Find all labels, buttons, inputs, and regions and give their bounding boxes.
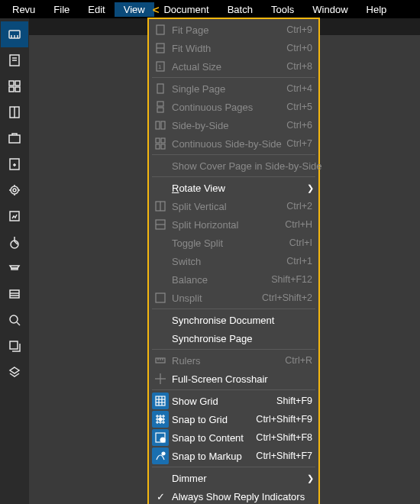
shortcut-label: Ctrl+I <box>289 237 312 248</box>
menuitem-label: Single Page <box>172 83 286 95</box>
check-icon: ✓ <box>152 491 169 502</box>
separator <box>152 309 315 309</box>
menuitem-label: Snap to Content <box>172 432 256 444</box>
svg-rect-38 <box>161 121 165 129</box>
menuitem-label: Split Vertical <box>172 201 286 212</box>
menu-edit[interactable]: Edit <box>79 2 114 17</box>
unsplit-icon <box>152 289 169 306</box>
sidebar-links[interactable] <box>1 255 28 281</box>
menuitem-balance: BalanceShift+F12 <box>149 270 318 289</box>
sidebar-search[interactable] <box>1 307 28 333</box>
snap-content-icon <box>152 429 169 446</box>
menuitem-snap-to-grid[interactable]: Snap to GridCtrl+Shift+F9 <box>149 410 318 428</box>
split-h-icon <box>152 216 169 233</box>
shortcut-label: Ctrl+Shift+F9 <box>256 414 312 425</box>
menuitem-dimmer[interactable]: Dimmer❯ <box>149 469 318 487</box>
grid-icon <box>152 393 169 409</box>
menuitem-label: Rulers <box>172 355 285 367</box>
menuitem-label: Actual Size <box>172 61 286 73</box>
sidebar-toolchest[interactable] <box>1 125 28 151</box>
menuitem-rotate-view[interactable]: Rotate View❯ <box>149 179 318 197</box>
sidebar-settings[interactable] <box>1 177 28 203</box>
menu-tools[interactable]: Tools <box>262 2 303 17</box>
separator <box>152 467 315 467</box>
fit-page-icon <box>152 21 169 38</box>
shortcut-label: Shift+F9 <box>276 396 312 406</box>
sidebar-measure[interactable] <box>1 21 28 47</box>
menuitem-label: Fit Width <box>172 43 286 54</box>
menuitem-continuous-pages: Continuous PagesCtrl+5 <box>149 98 318 116</box>
svg-rect-40 <box>161 138 165 143</box>
svg-text:1: 1 <box>158 63 162 70</box>
menu-document[interactable]: Document <box>154 2 218 17</box>
svg-rect-41 <box>156 144 160 149</box>
shortcut-label: Ctrl+7 <box>286 138 312 149</box>
sidebar-sets[interactable] <box>1 359 28 385</box>
menuitem-full-screen-crosshair[interactable]: Full-Screen Crosshair <box>149 370 318 388</box>
sidebar-layers[interactable] <box>1 281 28 307</box>
shortcut-label: Ctrl+5 <box>286 102 312 112</box>
menu-batch[interactable]: Batch <box>218 2 262 17</box>
menuitem-switch: SwitchCtrl+1 <box>149 252 318 270</box>
menuitem-label: Toggle Split <box>172 237 289 249</box>
menuitem-actual-size: 1Actual SizeCtrl+8 <box>149 57 318 76</box>
shortcut-label: Ctrl+9 <box>286 24 312 35</box>
sidebar-signatures[interactable] <box>1 229 28 255</box>
menuitem-label: Side-by-Side <box>172 120 286 131</box>
menuitem-snap-to-content[interactable]: Snap to ContentCtrl+Shift+F8 <box>149 428 318 447</box>
menuitem-fit-width: Fit WidthCtrl+0 <box>149 39 318 57</box>
menuitem-label: Continuous Pages <box>172 102 286 113</box>
menuitem-label: Split Horizontal <box>172 219 285 231</box>
menuitem-label: Unsplit <box>172 292 262 304</box>
menuitem-label: Synchronise Page <box>172 333 312 344</box>
separator <box>152 349 315 350</box>
svg-point-67 <box>160 438 165 442</box>
blank-icon <box>152 157 169 174</box>
menuitem-split-horizontal: Split HorizontalCtrl+H <box>149 215 318 234</box>
menuitem-synchronise-page[interactable]: Synchronise Page <box>149 329 318 347</box>
menu-help[interactable]: Help <box>357 2 396 17</box>
shortcut-label: Ctrl+1 <box>286 256 312 267</box>
menuitem-show-grid[interactable]: Show GridShift+F9 <box>149 392 318 410</box>
crosshair-icon <box>152 370 169 387</box>
sidebar-file-props[interactable] <box>1 47 28 73</box>
actual-size-icon: 1 <box>152 58 169 75</box>
menuitem-side-by-side: Side-by-SideCtrl+6 <box>149 116 318 134</box>
blank-icon <box>152 312 169 328</box>
sidebar-compare[interactable] <box>1 333 28 359</box>
svg-rect-54 <box>156 396 165 405</box>
split-v-icon <box>152 198 169 215</box>
menuitem-single-page: Single PageCtrl+4 <box>149 79 318 98</box>
menuitem-label: Full-Screen Crosshair <box>172 373 312 385</box>
sidebar-bookmarks[interactable] <box>1 99 28 125</box>
svg-rect-37 <box>156 121 160 129</box>
svg-rect-39 <box>156 138 160 143</box>
shortcut-label: Ctrl+Shift+F8 <box>256 432 312 443</box>
svg-rect-35 <box>157 102 163 106</box>
snap-grid-icon <box>152 411 169 428</box>
menuitem-label: Balance <box>172 274 271 286</box>
menuitem-snap-to-markup[interactable]: Snap to MarkupCtrl+Shift+F7 <box>149 447 318 465</box>
blank-icon <box>152 234 169 251</box>
menu-window[interactable]: Window <box>303 2 357 17</box>
menu-view[interactable]: View <box>115 2 154 17</box>
menuitem-split-vertical: Split VerticalCtrl+2 <box>149 197 318 215</box>
sidebar-forms[interactable] <box>1 203 28 229</box>
menuitem-label: Snap to Grid <box>172 414 256 425</box>
menuitem-synchronise-document[interactable]: Synchronise Document <box>149 311 318 329</box>
svg-rect-23 <box>11 268 18 270</box>
separator <box>152 389 315 390</box>
svg-point-16 <box>13 189 16 192</box>
sidebar-markups[interactable] <box>1 151 28 177</box>
sidebar-thumbnails[interactable] <box>1 73 28 99</box>
menu-file[interactable]: File <box>44 2 79 17</box>
svg-line-28 <box>17 322 20 325</box>
menuitem-label: Fit Page <box>172 24 286 36</box>
submenu-arrow-icon: ❯ <box>307 473 314 483</box>
menuitem-always-show-reply-indicators[interactable]: ✓Always Show Reply Indicators <box>149 487 318 504</box>
menuitem-continuous-side-by-side: Continuous Side-by-SideCtrl+7 <box>149 134 318 153</box>
menuitem-label: Continuous Side-by-Side <box>172 138 286 150</box>
menu-revu[interactable]: Revu <box>3 2 44 17</box>
continuous-icon <box>152 99 169 115</box>
svg-point-15 <box>11 186 18 194</box>
